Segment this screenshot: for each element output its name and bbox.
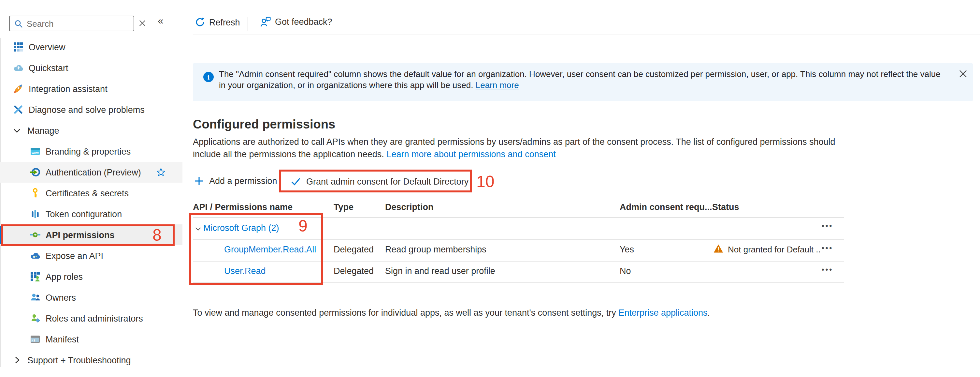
enterprise-applications-link[interactable]: Enterprise applications [618,308,707,318]
sidebar-item-label: Owners [46,292,76,302]
person-diamond-icon [30,313,40,324]
refresh-label: Refresh [209,17,240,27]
page-section-title: Configured permissions [193,117,335,132]
status-text: Not granted for Default ... [728,244,820,254]
sidebar-item-branding-properties[interactable]: www Branding & properties [0,141,183,162]
sidebar-item-diagnose[interactable]: Diagnose and solve problems [0,99,183,120]
row-menu-icon[interactable]: ••• [822,265,833,273]
sidebar-item-authentication[interactable]: Authentication (Preview) [0,162,183,183]
sidebar-search-row: « [0,16,183,33]
row-menu-icon[interactable]: ••• [822,244,833,251]
sidebar-group-manage[interactable]: Manage [0,120,183,141]
sidebar-group-label: Support + Troubleshooting [27,355,131,365]
toolbar-bottom-divider [193,35,980,35]
key-icon [30,188,40,198]
toolbar-divider [248,17,248,31]
admin-consent-value: Yes [620,244,634,254]
overview-grid-icon [13,42,24,52]
sidebar-item-label: Expose an API [46,251,103,260]
sidebar-item-overview[interactable]: Overview [0,37,183,58]
two-people-icon [30,292,40,303]
quickstart-cloud-icon [13,62,24,73]
col-header-admin-consent-required: Admin consent requ... [620,202,712,212]
add-permission-label: Add a permission [209,176,277,186]
permission-type: Delegated [334,266,374,276]
permission-type: Delegated [334,244,374,254]
sidebar-item-label: Integration assistant [29,84,108,94]
sidebar-item-label: Branding & properties [46,147,130,156]
search-input[interactable] [25,18,134,29]
sidebar: « Overview Quickstart [0,0,183,377]
chevron-right-icon [12,355,22,365]
sidebar-group-label: Manage [27,126,59,135]
search-box[interactable] [9,16,134,31]
sidebar-item-label: Quickstart [29,63,68,73]
info-banner-message: The "Admin consent required" column show… [219,69,940,90]
sidebar-item-app-roles[interactable]: App roles [0,266,183,287]
svg-text:!: ! [718,246,719,253]
cloud-gears-icon [30,251,40,261]
clear-search-icon[interactable] [139,19,146,29]
sidebar-item-label: Diagnose and solve problems [29,105,145,115]
footer-text: To view and manage consented permissions… [193,308,618,318]
got-feedback-button[interactable]: Got feedback? [260,16,332,27]
sidebar-item-label: Roles and administrators [46,313,143,323]
banner-close-icon[interactable] [959,70,967,80]
annotation-number-8: 8 [153,227,162,243]
svg-text:www: www [31,151,39,155]
favorite-star-icon[interactable] [156,168,165,179]
sidebar-item-label: App roles [46,272,83,281]
row-menu-icon[interactable]: ••• [822,222,833,230]
rocket-icon [13,83,24,94]
col-header-api-permissions-name: API / Permissions name [193,202,293,212]
sidebar-item-label: Token configuration [46,209,122,219]
annotation-number-9: 9 [298,218,307,234]
warning-icon: ! [713,244,723,253]
col-header-description: Description [385,202,434,212]
sidebar-item-manifest[interactable]: {} Manifest [0,329,183,350]
refresh-button[interactable]: Refresh [195,17,240,27]
sidebar-item-label: Manifest [46,334,79,344]
annotation-box-step-10 [279,169,472,192]
permission-description: Read group memberships [385,244,487,254]
sidebar-item-owners[interactable]: Owners [0,287,183,308]
browser-www-icon: www [30,146,40,157]
footer-note: To view and manage consented permissions… [193,308,710,318]
sidebar-item-token-configuration[interactable]: Token configuration [0,203,183,224]
sidebar-item-quickstart[interactable]: Quickstart [0,58,183,78]
sidebar-item-roles-administrators[interactable]: Roles and administrators [0,308,183,329]
code-window-icon: {} [30,334,40,344]
add-permission-button[interactable]: Add a permission [194,176,277,186]
annotation-number-10: 10 [476,174,495,190]
token-bars-icon [30,209,40,219]
refresh-icon [195,17,205,27]
svg-text:{}: {} [32,339,35,342]
sign-in-arrow-icon [30,167,40,177]
section-description: Applications are authorized to call APIs… [193,136,838,160]
info-icon: i [203,72,214,82]
sidebar-item-expose-an-api[interactable]: Expose an API [0,245,183,266]
grid-person-icon [30,272,40,282]
feedback-icon [260,16,271,27]
collapse-sidebar-icon[interactable]: « [158,15,164,27]
sidebar-item-label: Authentication (Preview) [46,167,141,177]
plus-icon [194,176,204,186]
permission-description: Sign in and read user profile [385,266,495,276]
info-banner: i The "Admin consent required" column sh… [193,63,973,101]
banner-learn-more-link[interactable]: Learn more [476,80,519,90]
crossed-tools-icon [13,104,24,115]
admin-consent-value: No [620,266,631,276]
sidebar-nav: Overview Quickstart Integration assistan… [0,37,183,371]
col-header-type: Type [334,202,353,212]
sidebar-item-integration-assistant[interactable]: Integration assistant [0,78,183,99]
col-header-status: Status [712,202,739,212]
sidebar-group-support-troubleshooting[interactable]: Support + Troubleshooting [0,350,183,371]
sidebar-item-label: Overview [29,42,65,52]
info-banner-text: The "Admin consent required" column show… [219,69,949,91]
svg-text:i: i [208,73,210,81]
permissions-consent-learn-link[interactable]: Learn more about permissions and consent [387,149,555,159]
sidebar-item-label: Certificates & secrets [46,188,129,198]
sidebar-item-certificates-secrets[interactable]: Certificates & secrets [0,183,183,203]
search-icon [14,19,23,28]
chevron-down-icon [12,125,22,136]
